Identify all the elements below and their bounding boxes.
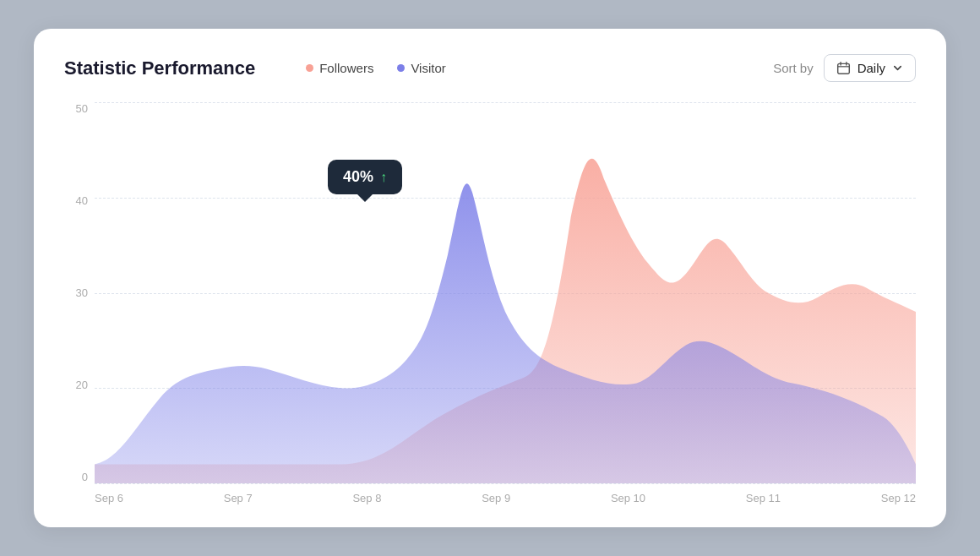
x-label-sep12: Sep 12 (881, 492, 916, 504)
card-header: Statistic Performance Followers Visitor … (64, 54, 916, 82)
grid-line-0 (95, 483, 916, 484)
x-label-sep6: Sep 6 (95, 492, 123, 504)
svg-rect-0 (837, 63, 849, 74)
calendar-icon (836, 61, 851, 75)
legend-visitor: Visitor (397, 61, 445, 75)
x-label-sep11: Sep 11 (746, 492, 781, 504)
followers-label: Followers (319, 61, 373, 75)
sort-label: Sort by (773, 61, 814, 75)
sort-button-label: Daily (858, 61, 885, 75)
card-title: Statistic Performance (64, 57, 255, 79)
x-label-sep7: Sep 7 (224, 492, 253, 504)
y-label-20: 20 (64, 379, 95, 391)
visitor-label: Visitor (411, 61, 445, 75)
legend: Followers Visitor (306, 61, 773, 75)
statistic-card: Statistic Performance Followers Visitor … (34, 29, 946, 527)
y-label-30: 30 (64, 286, 95, 299)
x-label-sep9: Sep 9 (482, 492, 510, 504)
chart-area: 50 40 30 20 0 (64, 99, 916, 510)
y-label-0: 0 (64, 471, 95, 483)
y-label-40: 40 (64, 194, 95, 207)
chevron-down-icon (892, 63, 903, 74)
chart-body: 40% ↑ Sep 6 Sep 7 Sep 8 Sep 9 Sep 10 Sep… (95, 99, 916, 510)
y-axis: 50 40 30 20 0 (64, 99, 95, 510)
visitor-dot (397, 64, 405, 72)
y-label-50: 50 (64, 102, 95, 115)
sort-button[interactable]: Daily (824, 54, 916, 82)
chart-svg (95, 102, 916, 483)
x-label-sep10: Sep 10 (611, 492, 645, 504)
legend-followers: Followers (306, 61, 373, 75)
followers-dot (306, 64, 313, 72)
x-label-sep8: Sep 8 (352, 492, 381, 504)
x-axis: Sep 6 Sep 7 Sep 8 Sep 9 Sep 10 Sep 11 Se… (95, 485, 916, 510)
